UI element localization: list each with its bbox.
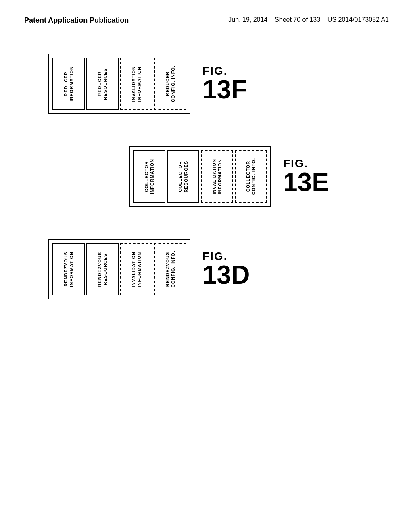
- cell-reducer-config-info: REDUCERCONFIG. INFO.: [154, 58, 186, 110]
- cell-reducer-information: REDUCERINFORMATION: [52, 58, 85, 110]
- fig-13d-num: 13D: [202, 262, 250, 288]
- header-date: Jun. 19, 2014: [228, 16, 267, 23]
- cell-rendezvous-information: RENDEZVOUSINFORMATION: [52, 243, 85, 295]
- cell-reducer-resources-text: REDUCERRESOURCES: [97, 68, 108, 100]
- header-patent: US 2014/0173052 A1: [327, 16, 389, 23]
- diagram-13f: REDUCERINFORMATION REDUCERRESOURCES INVA…: [48, 54, 190, 114]
- fig-13d-label: FIG. 13D: [202, 251, 250, 288]
- header-sheet: Sheet 70 of 133: [275, 16, 320, 23]
- figure-13f-section: REDUCERINFORMATION REDUCERRESOURCES INVA…: [48, 54, 389, 114]
- cell-rendezvous-resources: RENDEZVOUSRESOURCES: [86, 243, 119, 295]
- cell-collector-config-info: COLLECTORCONFIG. INFO.: [235, 150, 267, 203]
- cell-rendezvous-config-info-text: RENDEZVOUSCONFIG. INFO.: [165, 251, 176, 287]
- cell-rendezvous-resources-text: RENDEZVOUSRESOURCES: [97, 252, 108, 287]
- cell-invalidation-information-f: INVALIDATIONINFORMATION: [120, 58, 152, 110]
- cell-invalidation-information-e: INVALIDATIONINFORMATION: [201, 150, 233, 203]
- diagram-13d: RENDEZVOUSINFORMATION RENDEZVOUSRESOURCE…: [48, 239, 190, 299]
- cell-collector-resources-text: COLLECTORRESOURCES: [177, 161, 189, 193]
- cell-collector-information: COLLECTORINFORMATION: [133, 150, 165, 203]
- diagram-13e: COLLECTORINFORMATION COLLECTORRESOURCES …: [129, 146, 271, 207]
- fig-13e-num: 13E: [283, 169, 329, 195]
- cell-invalidation-information-f-text: INVALIDATIONINFORMATION: [131, 66, 142, 102]
- cell-reducer-config-info-text: REDUCERCONFIG. INFO.: [165, 65, 176, 102]
- cell-collector-resources: COLLECTORRESOURCES: [167, 150, 199, 203]
- cell-reducer-resources: REDUCERRESOURCES: [86, 58, 119, 110]
- cell-rendezvous-information-text: RENDEZVOUSINFORMATION: [63, 251, 75, 287]
- header-left-label: Patent Application Publication: [24, 16, 129, 25]
- page: Patent Application Publication Jun. 19, …: [0, 0, 413, 532]
- fig-13f-label: FIG. 13F: [202, 65, 247, 102]
- figure-13d-section: RENDEZVOUSINFORMATION RENDEZVOUSRESOURCE…: [48, 239, 389, 299]
- figure-13e-section: COLLECTORINFORMATION COLLECTORRESOURCES …: [129, 146, 389, 207]
- cell-collector-config-info-text: COLLECTORCONFIG. INFO.: [245, 158, 257, 195]
- cell-rendezvous-config-info: RENDEZVOUSCONFIG. INFO.: [154, 243, 186, 295]
- cell-collector-information-text: COLLECTORINFORMATION: [144, 159, 155, 194]
- header: Patent Application Publication Jun. 19, …: [24, 16, 389, 29]
- fig-13e-label: FIG. 13E: [283, 158, 329, 195]
- header-right-info: Jun. 19, 2014 Sheet 70 of 133 US 2014/01…: [228, 16, 389, 23]
- cell-reducer-information-text: REDUCERINFORMATION: [63, 66, 75, 102]
- fig-13f-num: 13F: [202, 77, 247, 102]
- cell-invalidation-information-d: INVALIDATIONINFORMATION: [120, 243, 152, 295]
- cell-invalidation-information-e-text: INVALIDATIONINFORMATION: [211, 159, 223, 195]
- cell-invalidation-information-d-text: INVALIDATIONINFORMATION: [131, 251, 142, 287]
